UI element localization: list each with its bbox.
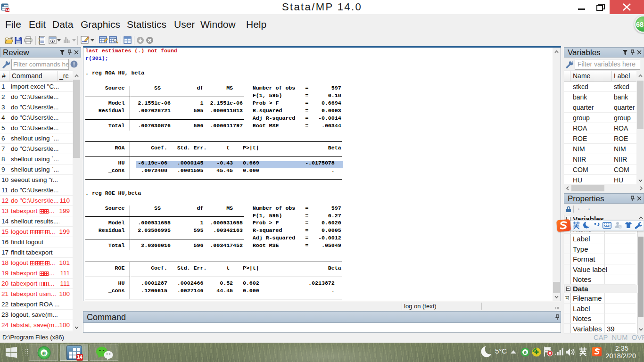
svg-text:e: e	[524, 349, 527, 355]
svg-text:e: e	[42, 349, 46, 357]
svg-text:S: S	[619, 225, 621, 229]
svg-text:14: 14	[6, 8, 9, 12]
